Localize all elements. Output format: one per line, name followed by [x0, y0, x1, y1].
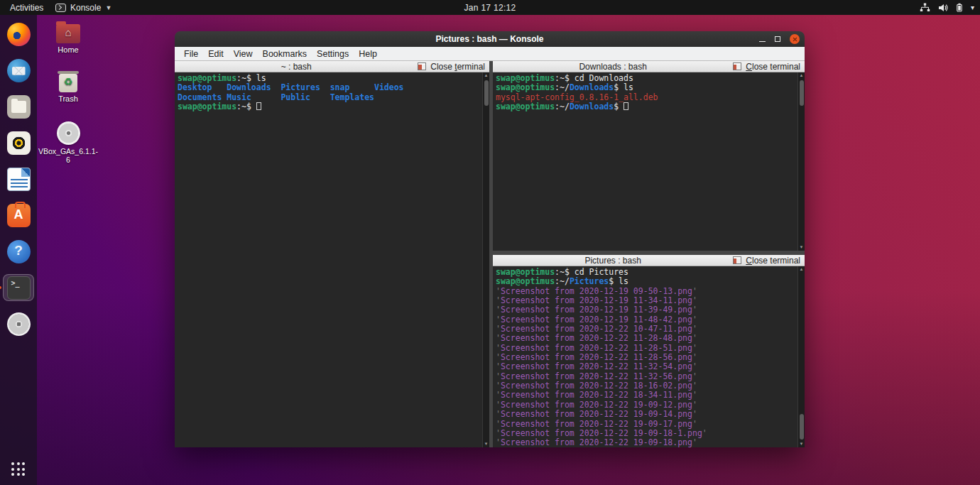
window-titlebar[interactable]: Pictures : bash — Konsole	[175, 31, 805, 47]
maximize-button[interactable]	[775, 36, 780, 42]
dock-item-rhythmbox[interactable]	[3, 129, 34, 156]
thunderbird-icon	[7, 59, 31, 82]
minimize-button[interactable]	[759, 41, 766, 42]
close-terminal-label: Close terminal	[746, 256, 800, 266]
desktop-icon-label: VBox_GAs_6.1.1-6	[37, 147, 99, 164]
scroll-up-icon[interactable]: ▲	[798, 72, 805, 79]
home-folder-icon	[56, 24, 80, 43]
battery-icon	[956, 3, 963, 12]
desktop-icon-label: Trash	[58, 94, 78, 103]
terminal-icon	[7, 276, 31, 300]
dock-item-firefox[interactable]	[3, 21, 34, 48]
konsole-icon	[55, 4, 66, 12]
terminal-cursor	[256, 102, 261, 110]
cd-disc-icon	[57, 121, 80, 145]
desktop: Activities Konsole ▼ Jan 17 12:12	[0, 0, 980, 485]
close-terminal-button[interactable]: Close terminal	[418, 62, 489, 72]
scrollbar-thumb[interactable]	[484, 80, 489, 106]
menu-item-file[interactable]: File	[179, 49, 203, 59]
scrollbar[interactable]: ▲ ▼	[797, 266, 805, 447]
firefox-icon	[7, 23, 31, 46]
close-terminal-label: Close terminal	[430, 62, 485, 72]
scrollbar[interactable]: ▲ ▼	[482, 72, 489, 447]
dock-item-disc[interactable]	[3, 310, 34, 337]
scroll-down-icon[interactable]: ▼	[798, 244, 805, 251]
menu-item-bookmarks[interactable]: Bookmarks	[258, 49, 312, 59]
menu-item-help[interactable]: Help	[354, 49, 382, 59]
show-applications-button[interactable]	[11, 462, 26, 476]
disc-icon	[7, 312, 31, 336]
trash-icon	[59, 74, 77, 92]
terminal-view[interactable]: swap@optimus:~$ cd Downloadsswap@optimus…	[493, 72, 805, 251]
system-status-area[interactable]: ▾	[920, 3, 974, 12]
pane-header: Pictures : bash Close terminal	[493, 255, 805, 266]
files-icon	[7, 95, 31, 119]
scroll-down-icon[interactable]: ▼	[798, 441, 805, 447]
dock	[0, 15, 37, 485]
terminal-view[interactable]: swap@optimus:~$ cd Picturesswap@optimus:…	[493, 266, 805, 447]
libreoffice-writer-icon	[7, 168, 31, 191]
menu-item-edit[interactable]: Edit	[203, 49, 229, 59]
activities-button[interactable]: Activities	[7, 3, 46, 13]
dock-item-files[interactable]	[3, 93, 34, 120]
terminal-view[interactable]: swap@optimus:~$ lsDesktop Downloads Pict…	[175, 72, 489, 447]
window-title: Pictures : bash — Konsole	[435, 34, 543, 44]
konsole-window: Pictures : bash — Konsole FileEditViewBo…	[175, 31, 805, 447]
chevron-down-icon: ▾	[971, 4, 974, 11]
menu-item-view[interactable]: View	[229, 49, 258, 59]
dock-item-terminal[interactable]	[3, 274, 34, 301]
pane-title: Downloads : bash	[493, 62, 733, 72]
scroll-up-icon[interactable]: ▲	[483, 72, 489, 79]
dock-item-libreoffice-writer[interactable]	[3, 165, 34, 192]
terminal-pane-downloads: Downloads : bash Close terminal swap@opt…	[493, 61, 805, 251]
scrollbar-thumb[interactable]	[800, 80, 804, 106]
scrollbar[interactable]: ▲ ▼	[797, 72, 805, 251]
terminal-pane-pictures: Pictures : bash Close terminal swap@opti…	[493, 255, 805, 447]
pane-header: Downloads : bash Close terminal	[493, 61, 805, 72]
chevron-down-icon: ▼	[105, 4, 111, 11]
rhythmbox-icon	[7, 131, 31, 155]
volume-icon	[938, 4, 948, 12]
help-icon	[7, 240, 31, 263]
menu-bar: FileEditViewBookmarksSettingsHelp	[175, 47, 805, 61]
app-menu[interactable]: Konsole ▼	[55, 3, 111, 13]
terminal-pane-home: ~ : bash Close terminal swap@optimus:~$ …	[175, 61, 489, 447]
scroll-up-icon[interactable]: ▲	[798, 266, 805, 273]
desktop-icon-home[interactable]: Home	[37, 21, 99, 54]
dock-item-ubuntu-software[interactable]	[3, 202, 34, 229]
network-icon	[920, 3, 930, 12]
desktop-icon-vbox-gas[interactable]: VBox_GAs_6.1.1-6	[37, 121, 99, 164]
app-menu-label: Konsole	[70, 3, 101, 13]
terminal-cursor	[624, 102, 628, 110]
pane-header: ~ : bash Close terminal	[175, 61, 489, 72]
desktop-icon-label: Home	[58, 45, 78, 54]
scrollbar-thumb[interactable]	[800, 414, 804, 440]
top-bar: Activities Konsole ▼ Jan 17 12:12	[0, 0, 980, 15]
desktop-icon-trash[interactable]: Trash	[37, 72, 99, 103]
pane-title: Pictures : bash	[493, 256, 733, 266]
dock-item-thunderbird[interactable]	[3, 57, 34, 84]
menu-item-settings[interactable]: Settings	[312, 49, 354, 59]
scroll-down-icon[interactable]: ▼	[483, 441, 489, 447]
pane-title: ~ : bash	[175, 62, 418, 72]
dock-item-help[interactable]	[3, 238, 34, 265]
close-terminal-button[interactable]: Close terminal	[733, 62, 805, 72]
close-split-icon	[733, 62, 741, 70]
clock[interactable]: Jan 17 12:12	[464, 3, 516, 13]
close-terminal-label: Close terminal	[746, 62, 800, 72]
close-button[interactable]	[790, 34, 800, 44]
close-terminal-button[interactable]: Close terminal	[733, 256, 805, 266]
close-split-icon	[733, 256, 741, 264]
close-split-icon	[418, 62, 426, 70]
ubuntu-software-icon	[7, 204, 31, 227]
